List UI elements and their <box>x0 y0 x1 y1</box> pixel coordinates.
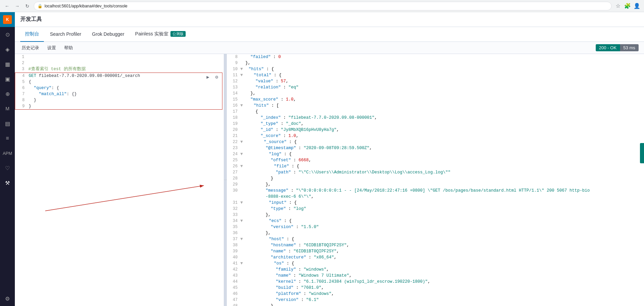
help-link[interactable]: 帮助 <box>63 45 74 51</box>
resp-line-13: 13 "relation" : "eq" <box>227 84 644 90</box>
app-logo[interactable]: K <box>0 12 15 27</box>
code-editor[interactable]: 1 2 3 #查看索引 test 的所有数据 <box>15 54 224 306</box>
resp-line-15: 15 "max_score" : 1.0, <box>227 96 644 103</box>
status-container: 200 - OK 53 ms <box>596 44 639 51</box>
editor-line-3: 3 #查看索引 test 的所有数据 <box>15 66 224 72</box>
resp-line-45: 45 "build" : "7601.0", <box>227 285 644 291</box>
resp-line-41: 41 ▼ "os" : { <box>227 260 644 267</box>
editor-line-9: 9 } <box>15 103 222 109</box>
history-link[interactable]: 历史记录 <box>20 45 41 51</box>
sidebar-item-logs[interactable]: ≡ <box>0 131 15 146</box>
resp-line-19: 19 "_type" : "_doc", <box>227 121 644 127</box>
resp-line-18: 18 "_index" : "filebeat-7.7.0-2020.09.08… <box>227 115 644 121</box>
editor-actions: ▶ ⚙ <box>205 74 220 80</box>
resp-line-38: 38 "hostname" : "6IDB1BT0QIPF2SY", <box>227 242 644 248</box>
divider-indicator: ⋮ <box>224 178 227 182</box>
sidebar-item-stack-management[interactable]: ⚙ <box>0 291 15 306</box>
resp-line-39: 39 "name" : "6IDB1BT0QIPF2SY", <box>227 248 644 254</box>
resp-line-27: 27 "path" : "\"C:\\Users\\Administrator\… <box>227 169 644 175</box>
resp-line-10: 10 ▼ "hits" : { <box>227 66 644 72</box>
resp-line-22: 22 ▼ "_source" : { <box>227 139 644 145</box>
bookmark-icon[interactable]: ☆ <box>614 2 622 10</box>
browser-bar: ← → ↻ 🔒 localhost:5601/app/kibana#/dev_t… <box>0 0 644 12</box>
resp-line-35: 35 "version" : "1.5.0" <box>227 224 644 230</box>
panel-divider[interactable]: ⋮ <box>224 54 227 306</box>
app-container: K ⊙ ◈ ▦ ▣ ⊕ M ▤ ≡ APM ♡ ⚒ ⚙ 开发工具 控制台 Sea… <box>0 12 644 306</box>
resp-line-44: 44 "kernel" : "6.1.7601.24384 (win7sp1_l… <box>227 279 644 285</box>
app-title: 开发工具 <box>20 16 42 23</box>
right-green-bar[interactable] <box>640 143 644 163</box>
forward-button[interactable]: → <box>14 2 21 10</box>
resp-line-30: 30 "message" : "\"0:0:0:0:0:0:0:1 - - [2… <box>227 188 644 194</box>
sidebar-item-dev-tools[interactable]: ⚒ <box>0 175 15 190</box>
resp-line-48: 48 }, <box>227 303 644 306</box>
kibana-logo-inner: K <box>3 15 12 24</box>
editor-line-7: 7 "match_all": {} <box>15 91 222 97</box>
run-button[interactable]: ▶ <box>205 74 211 80</box>
resp-line-34: 34 ▼ "ecs" : { <box>227 218 644 224</box>
tab-grok-debugger[interactable]: Grok Debugger <box>87 27 129 42</box>
resp-line-42: 42 "family" : "windows", <box>227 267 644 273</box>
resp-line-30b: -8888-exec-6 6\"\", <box>227 194 644 200</box>
response-panel[interactable]: 8 "failed" : 0 9 }, 10 ▼ "hits" : { 11 ▼… <box>227 54 644 306</box>
resp-line-32: 32 "type" : "log" <box>227 206 644 212</box>
resp-line-20: 20 "_id" : "Jy8MbXQB16pHvU8yHa7g", <box>227 127 644 133</box>
tab-search-profiler[interactable]: Search Profiler <box>45 27 86 42</box>
settings-link[interactable]: 设置 <box>46 45 57 51</box>
editor-line-8: 8 } <box>15 97 222 103</box>
status-time: 53 ms <box>620 44 639 51</box>
sidebar-item-uptime[interactable]: ♡ <box>0 161 15 175</box>
reload-button[interactable]: ↻ <box>24 2 31 10</box>
tabs-bar: 控制台 Search Profiler Grok Debugger Painle… <box>15 27 644 42</box>
tab-painless-lab[interactable]: Painless 实验室 公测版 <box>130 27 190 42</box>
sidebar-item-canvas[interactable]: ▣ <box>0 72 15 86</box>
main-content: 开发工具 控制台 Search Profiler Grok Debugger P… <box>15 12 644 306</box>
resp-line-9: 9 }, <box>227 60 644 66</box>
resp-line-16: 16 ▼ "hits" : [ <box>227 103 644 109</box>
resp-line-46: 46 "platform" : "windows", <box>227 291 644 297</box>
resp-line-23: 23 "@timestamp" : "2020-09-08T09:28:59.5… <box>227 145 644 151</box>
resp-line-21: 21 "_score" : 1.0, <box>227 133 644 139</box>
request-block: 4 GET filebeat-7.7.0-2020.09.08-000001/_… <box>15 73 222 110</box>
sidebar-item-maps[interactable]: ⊕ <box>0 86 15 101</box>
editor-area: 1 2 3 #查看索引 test 的所有数据 <box>15 54 644 306</box>
sidebar-item-discover[interactable]: ⊙ <box>0 27 15 42</box>
address-bar[interactable]: 🔒 localhost:5601/app/kibana#/dev_tools/c… <box>34 2 612 10</box>
link-button[interactable]: ⚙ <box>213 74 220 80</box>
back-button[interactable]: ← <box>3 2 11 10</box>
resp-line-8: 8 "failed" : 0 <box>227 54 644 60</box>
sidebar-item-ml[interactable]: M <box>0 101 15 116</box>
resp-line-25: 25 "offset" : 6668, <box>227 157 644 163</box>
editor-line-4: 4 GET filebeat-7.7.0-2020.09.08-000001/_… <box>15 73 222 79</box>
resp-line-43: 43 "name" : "Windows 7 Ultimate", <box>227 273 644 279</box>
resp-line-47: 47 "version" : "6.1" <box>227 297 644 303</box>
url-text: localhost:5601/app/kibana#/dev_tools/con… <box>45 4 128 8</box>
editor-line-6: 6 "query": { <box>15 85 222 91</box>
secondary-nav: 历史记录 设置 帮助 200 - OK 53 ms <box>15 42 644 54</box>
resp-line-37: 37 ▼ "host" : { <box>227 236 644 242</box>
resp-line-33: 33 }, <box>227 212 644 218</box>
editor-line-5: 5 { <box>15 79 222 85</box>
sidebar: K ⊙ ◈ ▦ ▣ ⊕ M ▤ ≡ APM ♡ ⚒ ⚙ <box>0 12 15 306</box>
resp-line-36: 36 }, <box>227 230 644 236</box>
resp-line-12: 12 "value" : 57, <box>227 78 644 84</box>
resp-line-40: 40 "architecture" : "x86_64", <box>227 254 644 260</box>
resp-line-26: 26 ▼ "file" : { <box>227 163 644 169</box>
editor-line-1: 1 <box>15 54 224 60</box>
sidebar-item-infrastructure[interactable]: ▤ <box>0 116 15 131</box>
resp-line-14: 14 }, <box>227 90 644 96</box>
editor-panel: 1 2 3 #查看索引 test 的所有数据 <box>15 54 224 306</box>
resp-line-17: 17 { <box>227 109 644 115</box>
extensions-icon[interactable]: 🧩 <box>624 2 631 10</box>
beta-badge: 公测版 <box>170 31 186 37</box>
resp-line-11: 11 ▼ "total" : { <box>227 72 644 78</box>
sidebar-item-dashboard[interactable]: ▦ <box>0 57 15 72</box>
resp-line-29: 29 }, <box>227 182 644 188</box>
sidebar-item-apm[interactable]: APM <box>0 146 15 161</box>
tab-console[interactable]: 控制台 <box>20 27 44 42</box>
profile-icon[interactable]: 👤 <box>633 2 641 10</box>
resp-line-31: 31 ▼ "input" : { <box>227 200 644 206</box>
status-code: 200 - OK <box>596 44 620 51</box>
sidebar-item-visualize[interactable]: ◈ <box>0 42 15 57</box>
editor-line-2: 2 <box>15 60 224 66</box>
